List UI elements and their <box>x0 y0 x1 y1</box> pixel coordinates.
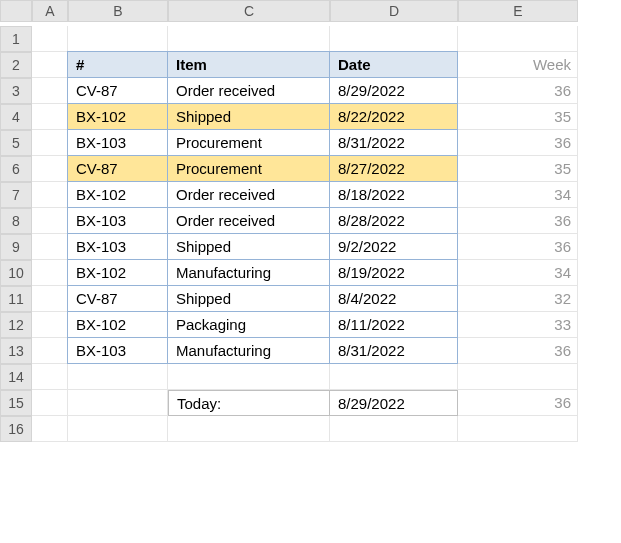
column-header-c[interactable]: C <box>168 0 330 22</box>
table-cell-num[interactable]: BX-103 <box>67 233 168 260</box>
table-header-item: Item <box>167 51 330 78</box>
empty-cell[interactable] <box>330 26 458 52</box>
table-cell-item[interactable]: Manufacturing <box>167 337 330 364</box>
table-cell-num[interactable]: BX-103 <box>67 337 168 364</box>
week-value: 35 <box>458 104 578 130</box>
table-cell-item[interactable]: Procurement <box>167 129 330 156</box>
week-value: 36 <box>458 338 578 364</box>
row-header-3[interactable]: 3 <box>0 78 32 104</box>
row-header-8[interactable]: 8 <box>0 208 32 234</box>
row-header-9[interactable]: 9 <box>0 234 32 260</box>
table-cell-date[interactable]: 8/28/2022 <box>329 207 458 234</box>
today-label: Today: <box>168 390 330 416</box>
empty-cell[interactable] <box>32 156 68 182</box>
empty-cell[interactable] <box>68 390 168 416</box>
empty-cell[interactable] <box>330 364 458 390</box>
table-header-date: Date <box>329 51 458 78</box>
table-cell-date[interactable]: 8/22/2022 <box>329 103 458 130</box>
table-cell-date[interactable]: 8/19/2022 <box>329 259 458 286</box>
table-cell-num[interactable]: BX-103 <box>67 207 168 234</box>
table-cell-date[interactable]: 8/11/2022 <box>329 311 458 338</box>
empty-cell[interactable] <box>32 234 68 260</box>
week-value: 32 <box>458 286 578 312</box>
table-cell-num[interactable]: BX-103 <box>67 129 168 156</box>
table-cell-item[interactable]: Procurement <box>167 155 330 182</box>
week-header: Week <box>458 52 578 78</box>
table-cell-item[interactable]: Order received <box>167 207 330 234</box>
column-header-b[interactable]: B <box>68 0 168 22</box>
today-date: 8/29/2022 <box>329 390 458 416</box>
row-header-12[interactable]: 12 <box>0 312 32 338</box>
empty-cell[interactable] <box>168 26 330 52</box>
table-cell-num[interactable]: BX-102 <box>67 103 168 130</box>
empty-cell[interactable] <box>32 52 68 78</box>
column-header-e[interactable]: E <box>458 0 578 22</box>
empty-cell[interactable] <box>68 26 168 52</box>
row-header-16[interactable]: 16 <box>0 416 32 442</box>
week-value: 36 <box>458 234 578 260</box>
week-value: 34 <box>458 182 578 208</box>
row-header-13[interactable]: 13 <box>0 338 32 364</box>
empty-cell[interactable] <box>458 26 578 52</box>
row-header-15[interactable]: 15 <box>0 390 32 416</box>
week-value: 36 <box>458 78 578 104</box>
empty-cell[interactable] <box>32 78 68 104</box>
empty-cell[interactable] <box>32 104 68 130</box>
row-header-4[interactable]: 4 <box>0 104 32 130</box>
empty-cell[interactable] <box>168 416 330 442</box>
empty-cell[interactable] <box>32 416 68 442</box>
row-header-14[interactable]: 14 <box>0 364 32 390</box>
table-cell-num[interactable]: CV-87 <box>67 285 168 312</box>
empty-cell[interactable] <box>458 364 578 390</box>
table-cell-item[interactable]: Shipped <box>167 233 330 260</box>
row-header-11[interactable]: 11 <box>0 286 32 312</box>
row-header-2[interactable]: 2 <box>0 52 32 78</box>
week-value: 36 <box>458 130 578 156</box>
column-header-d[interactable]: D <box>330 0 458 22</box>
empty-cell[interactable] <box>330 416 458 442</box>
table-cell-item[interactable]: Order received <box>167 181 330 208</box>
table-cell-date[interactable]: 8/18/2022 <box>329 181 458 208</box>
week-value: 36 <box>458 208 578 234</box>
table-header-num: # <box>67 51 168 78</box>
row-header-5[interactable]: 5 <box>0 130 32 156</box>
empty-cell[interactable] <box>32 26 68 52</box>
empty-cell[interactable] <box>32 338 68 364</box>
table-cell-date[interactable]: 8/27/2022 <box>329 155 458 182</box>
table-cell-num[interactable]: BX-102 <box>67 311 168 338</box>
empty-cell[interactable] <box>32 260 68 286</box>
empty-cell[interactable] <box>68 364 168 390</box>
table-cell-item[interactable]: Manufacturing <box>167 259 330 286</box>
table-cell-date[interactable]: 8/31/2022 <box>329 129 458 156</box>
select-all-corner[interactable] <box>0 0 32 22</box>
empty-cell[interactable] <box>32 286 68 312</box>
table-cell-item[interactable]: Shipped <box>167 285 330 312</box>
table-cell-item[interactable]: Shipped <box>167 103 330 130</box>
row-header-10[interactable]: 10 <box>0 260 32 286</box>
table-cell-num[interactable]: BX-102 <box>67 181 168 208</box>
empty-cell[interactable] <box>32 390 68 416</box>
row-header-7[interactable]: 7 <box>0 182 32 208</box>
empty-cell[interactable] <box>32 208 68 234</box>
table-cell-item[interactable]: Packaging <box>167 311 330 338</box>
row-header-6[interactable]: 6 <box>0 156 32 182</box>
table-cell-date[interactable]: 8/4/2022 <box>329 285 458 312</box>
empty-cell[interactable] <box>458 416 578 442</box>
empty-cell[interactable] <box>32 182 68 208</box>
table-cell-date[interactable]: 9/2/2022 <box>329 233 458 260</box>
row-header-1[interactable]: 1 <box>0 26 32 52</box>
empty-cell[interactable] <box>32 130 68 156</box>
empty-cell[interactable] <box>68 416 168 442</box>
empty-cell[interactable] <box>32 364 68 390</box>
spreadsheet[interactable]: ABCDE12#ItemDateWeek3CV-87Order received… <box>0 0 621 543</box>
empty-cell[interactable] <box>32 312 68 338</box>
table-cell-date[interactable]: 8/31/2022 <box>329 337 458 364</box>
table-cell-num[interactable]: CV-87 <box>67 77 168 104</box>
table-cell-item[interactable]: Order received <box>167 77 330 104</box>
column-header-a[interactable]: A <box>32 0 68 22</box>
table-cell-num[interactable]: CV-87 <box>67 155 168 182</box>
today-week: 36 <box>458 390 578 416</box>
empty-cell[interactable] <box>168 364 330 390</box>
table-cell-num[interactable]: BX-102 <box>67 259 168 286</box>
table-cell-date[interactable]: 8/29/2022 <box>329 77 458 104</box>
